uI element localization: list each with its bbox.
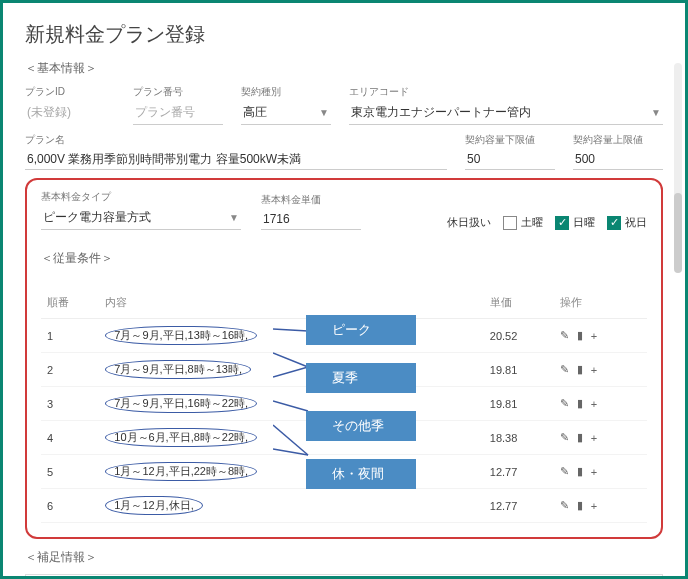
th-content: 内容 xyxy=(99,287,332,319)
delete-icon[interactable]: ▮ xyxy=(577,431,583,444)
check-sat[interactable]: 土曜 xyxy=(503,215,543,230)
scrollbar[interactable] xyxy=(674,63,682,263)
add-icon[interactable]: + xyxy=(591,500,597,512)
chevron-down-icon: ▼ xyxy=(229,212,239,223)
scrollbar-thumb[interactable] xyxy=(674,193,682,273)
cell-order: 6 xyxy=(41,489,99,523)
action-group: ✎▮+ xyxy=(560,363,641,376)
cap-lower-input[interactable] xyxy=(465,149,555,170)
field-plan-no[interactable]: プラン番号 プラン番号 xyxy=(133,85,223,125)
action-group: ✎▮+ xyxy=(560,465,641,478)
cap-upper-input[interactable] xyxy=(573,149,663,170)
plan-no-input[interactable]: プラン番号 xyxy=(133,101,223,125)
content-bubble: 1月～12月,休日, xyxy=(105,496,202,515)
cell-content: 7月～9月,平日,16時～22時, xyxy=(99,387,332,421)
delete-icon[interactable]: ▮ xyxy=(577,397,583,410)
check-sun-label: 日曜 xyxy=(573,215,595,230)
window: 新規料金プラン登録 ＜基本情報＞ プランID (未登録) プラン番号 プラン番号… xyxy=(0,0,688,579)
check-sun[interactable]: ✓ 日曜 xyxy=(555,215,595,230)
cell-content: 7月～9月,平日,8時～13時, xyxy=(99,353,332,387)
action-group: ✎▮+ xyxy=(560,397,641,410)
cell-content: 10月～6月,平日,8時～22時, xyxy=(99,421,332,455)
cell-action: ✎▮+ xyxy=(554,319,647,353)
edit-icon[interactable]: ✎ xyxy=(560,329,569,342)
holiday-treat-label: 休日扱い xyxy=(447,215,491,230)
cell-order: 2 xyxy=(41,353,99,387)
check-holiday-label: 祝日 xyxy=(625,215,647,230)
checkbox-icon-holiday: ✓ xyxy=(607,216,621,230)
content-bubble: 7月～9月,平日,16時～22時, xyxy=(105,394,257,413)
field-cap-upper[interactable]: 契約容量上限値 xyxy=(573,133,663,170)
plan-info-textarea[interactable]: プラン情報 xyxy=(25,574,663,579)
cell-content: 1月～12月,休日, xyxy=(99,489,332,523)
cell-action: ✎▮+ xyxy=(554,353,647,387)
cell-action: ✎▮+ xyxy=(554,489,647,523)
section-metered: ＜従量条件＞ xyxy=(41,250,647,267)
plan-name-input[interactable] xyxy=(25,149,447,170)
base-type-label: 基本料金タイプ xyxy=(41,190,241,204)
field-contract-type[interactable]: 契約種別 高圧 ▼ xyxy=(241,85,331,125)
action-group: ✎▮+ xyxy=(560,499,641,512)
delete-icon[interactable]: ▮ xyxy=(577,465,583,478)
base-type-value: ピーク電力容量方式 xyxy=(43,209,151,226)
content-bubble: 7月～9月,平日,13時～16時, xyxy=(105,326,257,345)
cap-lower-label: 契約容量下限値 xyxy=(465,133,555,147)
section-basic: ＜基本情報＞ xyxy=(25,60,663,77)
content-bubble: 1月～12月,平日,22時～8時, xyxy=(105,462,257,481)
field-base-type[interactable]: 基本料金タイプ ピーク電力容量方式 ▼ xyxy=(41,190,241,230)
chevron-down-icon: ▼ xyxy=(651,107,661,118)
action-group: ✎▮+ xyxy=(560,329,641,342)
th-action: 操作 xyxy=(554,287,647,319)
cell-price: 19.81 xyxy=(484,353,554,387)
badge-other: その他季 xyxy=(306,411,416,441)
plan-no-label: プラン番号 xyxy=(133,85,223,99)
add-icon[interactable]: + xyxy=(591,398,597,410)
cell-mid xyxy=(332,489,484,523)
base-type-select[interactable]: ピーク電力容量方式 ▼ xyxy=(41,206,241,230)
plan-id-value: (未登録) xyxy=(25,101,115,124)
edit-icon[interactable]: ✎ xyxy=(560,431,569,444)
check-sat-label: 土曜 xyxy=(521,215,543,230)
edit-icon[interactable]: ✎ xyxy=(560,363,569,376)
contract-type-select[interactable]: 高圧 ▼ xyxy=(241,101,331,125)
cell-content: 1月～12月,平日,22時～8時, xyxy=(99,455,332,489)
cell-action: ✎▮+ xyxy=(554,455,647,489)
plan-name-label: プラン名 xyxy=(25,133,447,147)
field-base-price[interactable]: 基本料金単価 xyxy=(261,193,361,230)
cell-price: 18.38 xyxy=(484,421,554,455)
check-holiday[interactable]: ✓ 祝日 xyxy=(607,215,647,230)
edit-icon[interactable]: ✎ xyxy=(560,397,569,410)
add-icon[interactable]: + xyxy=(591,432,597,444)
base-price-input[interactable] xyxy=(261,209,361,230)
area-code-select[interactable]: 東京電力エナジーパートナー管内 ▼ xyxy=(349,101,663,125)
add-icon[interactable]: + xyxy=(591,466,597,478)
base-fee-row: 基本料金タイプ ピーク電力容量方式 ▼ 基本料金単価 休日扱い 土曜 ✓ 日曜 xyxy=(41,190,647,230)
form-row-1: プランID (未登録) プラン番号 プラン番号 契約種別 高圧 ▼ エリアコード… xyxy=(25,85,663,125)
base-price-label: 基本料金単価 xyxy=(261,193,361,207)
field-plan-name[interactable]: プラン名 xyxy=(25,133,447,170)
contract-type-label: 契約種別 xyxy=(241,85,331,99)
cell-action: ✎▮+ xyxy=(554,421,647,455)
delete-icon[interactable]: ▮ xyxy=(577,329,583,342)
edit-icon[interactable]: ✎ xyxy=(560,499,569,512)
field-plan-id: プランID (未登録) xyxy=(25,85,115,125)
section-supplement: ＜補足情報＞ xyxy=(25,549,663,566)
delete-icon[interactable]: ▮ xyxy=(577,363,583,376)
th-price: 単価 xyxy=(484,287,554,319)
add-icon[interactable]: + xyxy=(591,330,597,342)
cell-price: 12.77 xyxy=(484,489,554,523)
delete-icon[interactable]: ▮ xyxy=(577,499,583,512)
th-order: 順番 xyxy=(41,287,99,319)
table-header: 順番 内容 単価 操作 xyxy=(41,287,647,319)
th-mid xyxy=(332,287,484,319)
checkbox-icon-sun: ✓ xyxy=(555,216,569,230)
field-area-code[interactable]: エリアコード 東京電力エナジーパートナー管内 ▼ xyxy=(349,85,663,125)
add-icon[interactable]: + xyxy=(591,364,597,376)
cell-price: 20.52 xyxy=(484,319,554,353)
edit-icon[interactable]: ✎ xyxy=(560,465,569,478)
cell-order: 1 xyxy=(41,319,99,353)
cell-action: ✎▮+ xyxy=(554,387,647,421)
cell-price: 12.77 xyxy=(484,455,554,489)
badge-peak: ピーク xyxy=(306,315,416,345)
field-cap-lower[interactable]: 契約容量下限値 xyxy=(465,133,555,170)
